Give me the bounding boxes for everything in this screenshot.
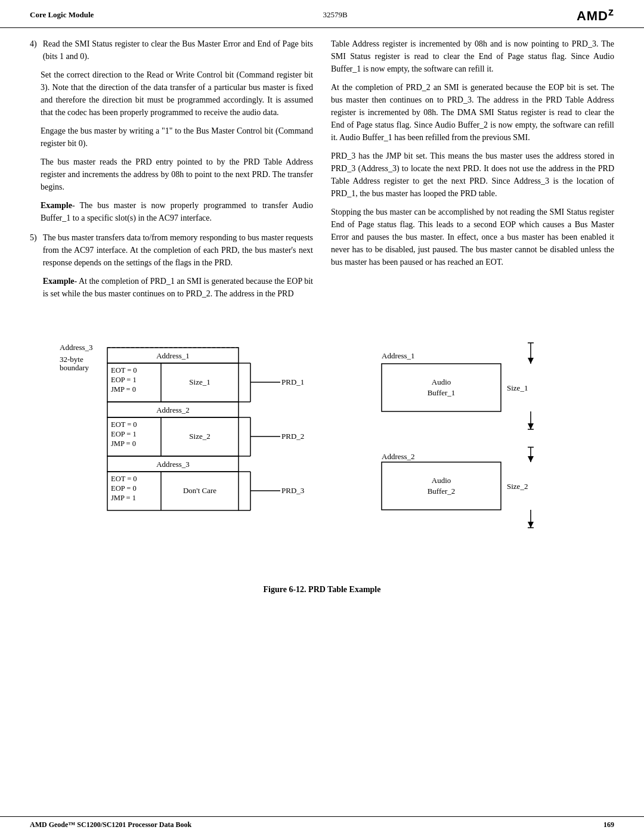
boundary-label1: 32-byte — [60, 355, 83, 364]
list-item-4: 4) Read the SMI Status register to clear… — [30, 38, 313, 224]
buffer2-box — [382, 462, 501, 510]
item5-para1: The bus master transfers data to/from me… — [43, 231, 313, 269]
item4-example-text: - The bus master is now properly program… — [41, 201, 313, 222]
right-address1-label: Address_1 — [382, 351, 415, 360]
row1-jmp: JMP = 0 — [111, 385, 136, 394]
item4-example-label: Example — [41, 201, 72, 210]
arrow1-head — [528, 358, 534, 364]
left-column: 4) Read the SMI Status register to clear… — [30, 38, 313, 313]
item4-para1: Read the SMI Status register to clear th… — [43, 38, 313, 63]
item5-body: The bus master transfers data to/from me… — [43, 231, 313, 306]
dont-care-label: Don't Care — [183, 486, 216, 495]
right-size2-label: Size_2 — [507, 482, 528, 491]
list-item-4-header: 4) Read the SMI Status register to clear… — [30, 38, 313, 69]
address3-top-label: Address_3 — [60, 343, 93, 352]
row1-eot: EOT = 0 — [111, 366, 137, 374]
item4-para3: Engage the bus master by writing a "1" t… — [41, 125, 313, 150]
item4-example: Example- The bus master is now properly … — [41, 199, 313, 224]
right-size1-label: Size_1 — [507, 383, 528, 392]
arrow1-bot-head — [528, 423, 534, 429]
footer-left: AMD Geode™ SC1200/SC1201 Processor Data … — [30, 820, 191, 829]
header-doc-number: 32579B — [323, 10, 348, 20]
prd3-text-label: PRD_3 — [281, 486, 304, 495]
address2-label: Address_2 — [156, 405, 190, 414]
right-para1: Table Address register is incremented by… — [331, 38, 614, 75]
row1-eop: EOP = 1 — [111, 376, 137, 384]
arrow2-bot-head — [528, 522, 534, 528]
prd-diagram: Address_3 32-byte boundary Address_1 EOT… — [30, 331, 614, 575]
item4-body: Read the SMI Status register to clear th… — [43, 38, 313, 69]
row3-eop: EOP = 0 — [111, 484, 137, 493]
row3-jmp: JMP = 1 — [111, 494, 136, 502]
audio-buffer1-line1: Audio — [432, 377, 451, 386]
item4-para2: Set the correct direction to the Read or… — [41, 69, 313, 119]
footer-right: 169 — [603, 820, 614, 829]
prd2-text-label: PRD_2 — [281, 432, 304, 441]
item5-number: 5) — [30, 231, 37, 306]
audio-buffer2-line1: Audio — [432, 476, 451, 485]
diagram-section: Address_3 32-byte boundary Address_1 EOT… — [0, 319, 644, 606]
arrow2-head — [528, 456, 534, 462]
right-column: Table Address register is incremented by… — [331, 38, 614, 313]
size2-label: Size_2 — [189, 432, 210, 441]
page-header: Core Logic Module 32579B AMDz — [0, 0, 644, 28]
right-address2-label: Address_2 — [382, 452, 415, 461]
item4-number: 4) — [30, 38, 37, 69]
size1-label: Size_1 — [189, 377, 210, 386]
page-footer: AMD Geode™ SC1200/SC1201 Processor Data … — [0, 816, 644, 833]
row2-eop: EOP = 1 — [111, 430, 137, 438]
header-module: Core Logic Module — [30, 10, 94, 20]
item5-example: Example- At the completion of PRD_1 an S… — [43, 275, 313, 300]
boundary-label2: boundary — [60, 363, 89, 372]
main-content: 4) Read the SMI Status register to clear… — [0, 38, 644, 313]
row2-jmp: JMP = 0 — [111, 439, 136, 448]
list-item-5: 5) The bus master transfers data to/from… — [30, 231, 313, 306]
row2-eot: EOT = 0 — [111, 420, 137, 429]
address1-label: Address_1 — [156, 351, 190, 360]
item4-indent: Set the correct direction to the Read or… — [41, 69, 313, 224]
item4-para4: The bus master reads the PRD entry point… — [41, 156, 313, 193]
row3-eot: EOT = 0 — [111, 475, 137, 483]
figure-caption: Figure 6-12. PRD Table Example — [30, 585, 614, 594]
right-para3: PRD_3 has the JMP bit set. This means th… — [331, 150, 614, 200]
buffer1-box — [382, 364, 501, 411]
address3-label: Address_3 — [156, 460, 190, 469]
right-para2: At the completion of PRD_2 an SMI is gen… — [331, 81, 614, 144]
item5-example-text: - At the completion of PRD_1 an SMI is g… — [43, 277, 313, 298]
audio-buffer1-line2: Buffer_1 — [428, 388, 456, 397]
prd1-text-label: PRD_1 — [281, 377, 304, 386]
item5-example-label: Example — [43, 277, 75, 286]
right-para4: Stopping the bus master can be accomplis… — [331, 206, 614, 268]
list-item-5-header: 5) The bus master transfers data to/from… — [30, 231, 313, 306]
audio-buffer2-line2: Buffer_2 — [428, 487, 456, 496]
amd-logo: AMDz — [577, 6, 614, 24]
